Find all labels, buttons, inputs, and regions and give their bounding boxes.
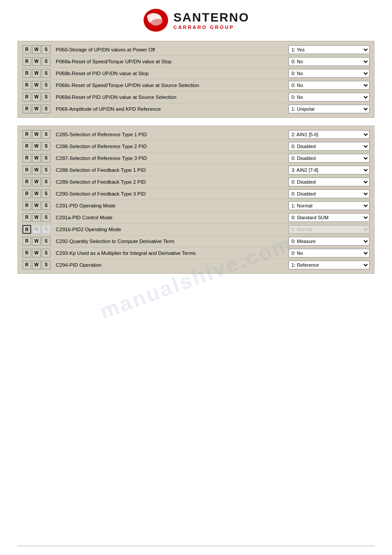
s-button[interactable]: S: [42, 57, 50, 66]
param-select[interactable]: 0: Disabled1: Option1: [288, 154, 370, 163]
page-header: SANTERNO CARRARO GROUP: [0, 0, 392, 36]
param-label: C291-PID Operating Mode: [55, 203, 288, 208]
param-select[interactable]: 0: Bipolar1: Unipolar: [288, 105, 370, 113]
s-button[interactable]: S: [42, 249, 50, 258]
r-button[interactable]: R: [22, 178, 31, 186]
s-button[interactable]: S: [42, 166, 50, 174]
r-button[interactable]: R: [22, 154, 31, 163]
param-label: C285-Selection of Reference Type 1 PID: [55, 132, 288, 137]
param-select[interactable]: 0: Disabled1: Option12: AIN1 [5-6]: [288, 130, 370, 139]
w-button[interactable]: W: [32, 249, 41, 258]
param-label: C293-Kp Used as a Multiplier for Integra…: [55, 250, 288, 256]
r-button[interactable]: R: [22, 57, 31, 66]
s-button[interactable]: S: [42, 237, 50, 246]
w-button[interactable]: W: [32, 201, 41, 210]
param-select[interactable]: 0: Disabled1: Option1: [288, 189, 370, 198]
param-select[interactable]: 0: Disabled1: Option12: Option23: AIN2 […: [288, 166, 370, 174]
param-label: C292-Quantity Selection to Compute Deriv…: [55, 239, 288, 244]
w-button[interactable]: W: [32, 105, 41, 113]
param-label: C289-Selection of Feedback Type 2 PID: [55, 179, 288, 185]
btn-group: RWS: [22, 201, 50, 210]
s-button[interactable]: S: [42, 105, 50, 113]
r-button[interactable]: R: [22, 201, 31, 210]
s-button[interactable]: S: [42, 69, 50, 78]
param-select[interactable]: 0: Measure1: Error: [288, 237, 370, 246]
s-button[interactable]: S: [42, 154, 50, 163]
param-row: RWSC291b-PID2 Operating Mode0: Disabled1…: [22, 224, 370, 236]
w-button[interactable]: W: [32, 213, 41, 222]
r-button[interactable]: R: [22, 81, 31, 90]
param-row: RWSP068b-Reset of PID UP/DN value at Sto…: [22, 68, 370, 80]
r-button[interactable]: R: [22, 237, 31, 246]
r-button[interactable]: R: [22, 105, 31, 113]
w-button[interactable]: W: [32, 261, 41, 269]
footer-line: [18, 546, 374, 546]
r-button[interactable]: R: [22, 69, 31, 78]
param-select[interactable]: 0: Disabled1: Reference: [288, 261, 370, 269]
s-button[interactable]: S: [42, 178, 50, 186]
r-button[interactable]: R: [22, 130, 31, 139]
r-button[interactable]: R: [22, 225, 31, 234]
param-label: P068c-Reset of Speed/Torque UP/DN value …: [55, 83, 288, 88]
btn-group: RWS: [22, 81, 50, 90]
section-p: RWSP060-Storage of UP/DN values at Power…: [18, 41, 374, 118]
w-button[interactable]: W: [32, 45, 41, 54]
param-row: RWSC290-Selection of Feedback Type 3 PID…: [22, 188, 370, 200]
btn-group: RWS: [22, 130, 50, 139]
param-row: RWSC291a-PID Control Mode0: Standard SUM…: [22, 212, 370, 224]
r-button[interactable]: R: [22, 261, 31, 269]
s-button[interactable]: S: [42, 45, 50, 54]
param-label: P069-Amplitude of UP/DN and KPD Referenc…: [55, 106, 288, 112]
s-button[interactable]: S: [42, 142, 50, 151]
r-button[interactable]: R: [22, 93, 31, 102]
param-label: C294-PID Operation: [55, 262, 288, 268]
btn-group: RWS: [22, 225, 50, 234]
w-button[interactable]: W: [32, 81, 41, 90]
param-select[interactable]: 0: Disabled1: Option1: [288, 178, 370, 186]
param-select[interactable]: 0: No1: Yes: [288, 81, 370, 90]
s-button[interactable]: S: [42, 81, 50, 90]
param-select[interactable]: 0: No1: Yes: [288, 45, 370, 54]
param-select[interactable]: 0: No1: Yes: [288, 69, 370, 78]
w-button[interactable]: W: [32, 154, 41, 163]
logo-sub-text: CARRARO GROUP: [173, 25, 249, 30]
param-select[interactable]: 0: No1: Yes: [288, 57, 370, 66]
r-button[interactable]: R: [22, 142, 31, 151]
s-button[interactable]: S: [42, 213, 50, 222]
w-button[interactable]: W: [32, 57, 41, 66]
param-select[interactable]: 0: Disabled1: Option1: [288, 142, 370, 151]
s-button[interactable]: S: [42, 189, 50, 198]
r-button[interactable]: R: [22, 166, 31, 174]
btn-group: RWS: [22, 93, 50, 102]
param-select[interactable]: 0: No1: Yes: [288, 249, 370, 258]
param-select[interactable]: 0: Standard SUM1: Option1: [288, 213, 370, 222]
w-button[interactable]: W: [32, 69, 41, 78]
w-button[interactable]: W: [32, 178, 41, 186]
w-button: W: [32, 225, 41, 234]
param-row: RWSC294-PID Operation0: Disabled1: Refer…: [22, 259, 370, 271]
btn-group: RWS: [22, 166, 50, 174]
w-button[interactable]: W: [32, 166, 41, 174]
s-button[interactable]: S: [42, 201, 50, 210]
r-button[interactable]: R: [22, 45, 31, 54]
param-row: RWSC292-Quantity Selection to Compute De…: [22, 236, 370, 247]
s-button[interactable]: S: [42, 261, 50, 269]
param-select: 0: Disabled1: Normal: [288, 225, 370, 234]
param-select[interactable]: 0: No1: Yes: [288, 93, 370, 102]
s-button[interactable]: S: [42, 130, 50, 139]
logo-text: SANTERNO CARRARO GROUP: [173, 11, 249, 30]
w-button[interactable]: W: [32, 189, 41, 198]
w-button[interactable]: W: [32, 93, 41, 102]
param-select[interactable]: 0: Disabled1: Normal: [288, 201, 370, 210]
param-row: RWSC287-Selection of Reference Type 3 PI…: [22, 152, 370, 164]
param-row: RWSP069-Amplitude of UP/DN and KPD Refer…: [22, 103, 370, 115]
s-button[interactable]: S: [42, 93, 50, 102]
w-button[interactable]: W: [32, 237, 41, 246]
btn-group: RWS: [22, 237, 50, 246]
w-button[interactable]: W: [32, 130, 41, 139]
r-button[interactable]: R: [22, 213, 31, 222]
w-button[interactable]: W: [32, 142, 41, 151]
param-row: RWSP068a-Reset of Speed/Torque UP/DN val…: [22, 56, 370, 68]
r-button[interactable]: R: [22, 189, 31, 198]
r-button[interactable]: R: [22, 249, 31, 258]
